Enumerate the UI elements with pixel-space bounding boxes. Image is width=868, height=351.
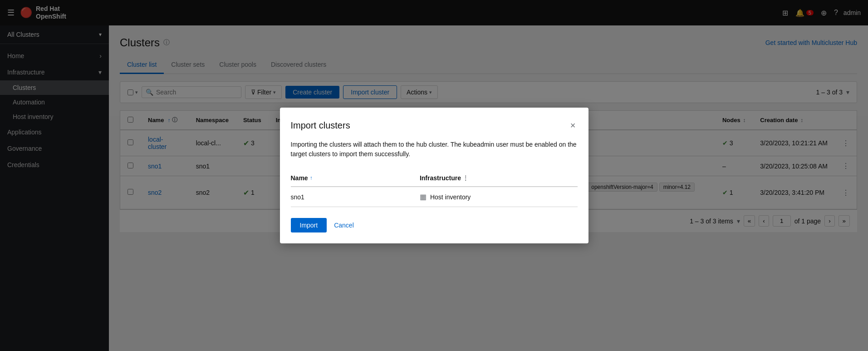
- modal-col-infra: Infrastructure ⋮: [420, 170, 578, 187]
- modal-cancel-button[interactable]: Cancel: [334, 222, 354, 229]
- modal-header: Import clusters ×: [291, 119, 578, 133]
- modal-table-row: sno1▦Host inventory: [291, 187, 578, 207]
- modal-col-name: Name ↑: [291, 170, 420, 187]
- infra-label: Host inventory: [430, 193, 471, 201]
- modal-title: Import clusters: [291, 120, 350, 131]
- modal-infra-sort-icon[interactable]: ⋮: [463, 175, 468, 181]
- modal-description: Importing the clusters will attach them …: [291, 140, 578, 159]
- modal-sort-icon: ↑: [310, 175, 313, 181]
- modal-cluster-infrastructure: ▦Host inventory: [420, 187, 578, 207]
- modal-overlay[interactable]: Import clusters × Importing the clusters…: [0, 0, 868, 351]
- modal-actions: Import Cancel: [291, 218, 578, 232]
- host-inventory-icon: ▦: [420, 193, 427, 201]
- modal-cluster-name: sno1: [291, 187, 420, 207]
- modal-close-button[interactable]: ×: [569, 119, 578, 133]
- modal-import-button[interactable]: Import: [291, 218, 327, 232]
- modal-clusters-table: Name ↑ Infrastructure ⋮ sno1▦Host invent…: [291, 170, 578, 207]
- import-clusters-modal: Import clusters × Importing the clusters…: [280, 108, 588, 243]
